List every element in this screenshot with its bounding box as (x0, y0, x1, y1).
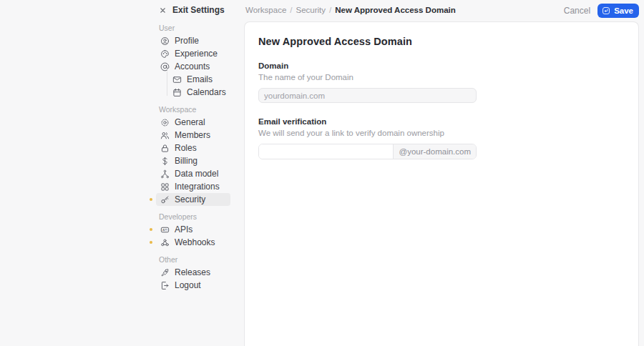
email-local-part-input[interactable] (259, 144, 393, 159)
change-indicator-dot (150, 241, 152, 244)
sidebar-item-integrations[interactable]: Integrations (156, 180, 230, 193)
api-chip-icon: API (160, 225, 170, 234)
sidebar-item-label: Members (175, 130, 210, 140)
sidebar-item-profile[interactable]: Profile (156, 34, 230, 47)
email-verification-label: Email verification (258, 117, 477, 126)
exit-settings-label: Exit Settings (172, 5, 225, 15)
sidebar-item-logout[interactable]: Logout (156, 279, 230, 292)
sidebar-item-label: General (175, 117, 205, 127)
sidebar-item-experience[interactable]: Experience (156, 47, 230, 60)
sidebar-item-label: Emails (187, 74, 213, 84)
sidebar-item-label: Integrations (175, 182, 220, 192)
sidebar-item-label: Billing (175, 156, 197, 166)
domain-input[interactable] (258, 88, 477, 103)
sidebar-item-label: APIs (175, 224, 192, 234)
section-label-user: User (159, 24, 244, 33)
experience-icon (160, 49, 170, 59)
sidebar-item-label: Data model (175, 169, 218, 179)
breadcrumb: Workspace / Security / New Approved Acce… (245, 6, 456, 14)
email-verification-field: Email verification We will send your a l… (258, 117, 477, 159)
sidebar-item-label: Calendars (187, 87, 226, 97)
section-label-other: Other (159, 255, 244, 265)
email-domain-suffix: @your-domain.com (393, 144, 476, 159)
envelope-icon (172, 75, 182, 84)
webhook-icon (160, 238, 170, 247)
sidebar-item-emails[interactable]: Emails (170, 73, 241, 86)
change-indicator-dot (150, 198, 152, 201)
users-icon (160, 131, 170, 140)
sidebar-item-releases[interactable]: Releases (156, 266, 230, 279)
user-circle-icon (160, 36, 170, 46)
sidebar-item-label: Experience (175, 49, 218, 59)
calendar-icon (172, 88, 182, 97)
sidebar-item-calendars[interactable]: Calendars (170, 86, 241, 99)
sidebar-item-label: Accounts (175, 61, 210, 71)
section-label-developers: Developers (159, 212, 244, 222)
sidebar-item-members[interactable]: Members (156, 129, 230, 142)
sidebar-item-label: Webhooks (175, 237, 215, 247)
dollar-icon (160, 157, 170, 166)
sidebar-item-webhooks[interactable]: Webhooks (156, 236, 230, 249)
breadcrumb-security[interactable]: Security (296, 6, 326, 14)
logout-icon (160, 281, 170, 290)
breadcrumb-separator: / (329, 6, 331, 14)
lock-icon (160, 144, 170, 153)
gear-icon (160, 118, 170, 127)
domain-field-label: Domain (258, 61, 477, 70)
settings-sidebar: User Profile Experience Accounts (156, 21, 244, 292)
sidebar-item-label: Logout (175, 280, 201, 290)
settings-app: Exit Settings Workspace / Security / New… (0, 0, 644, 346)
enter-key-icon (602, 6, 610, 15)
sidebar-item-apis[interactable]: API APIs (156, 223, 230, 236)
change-indicator-dot (150, 228, 152, 231)
sidebar-item-label: Roles (175, 143, 197, 153)
sidebar-item-billing[interactable]: Billing (156, 154, 230, 167)
cancel-button[interactable]: Cancel (564, 6, 590, 16)
settings-content-panel: New Approved Access Domain Domain The na… (244, 21, 639, 346)
header-actions: Cancel Save (564, 4, 639, 18)
at-sign-icon (160, 62, 170, 71)
grid-icon (160, 182, 170, 192)
email-input-group: @your-domain.com (258, 144, 477, 159)
sidebar-item-security[interactable]: Security (156, 193, 230, 206)
accounts-subtree: Emails Calendars (167, 73, 244, 99)
section-label-workspace: Workspace (159, 105, 244, 114)
exit-settings-button[interactable]: Exit Settings (159, 5, 225, 15)
domain-field: Domain The name of your Domain (258, 61, 477, 103)
page-title: New Approved Access Domain (258, 36, 625, 47)
sidebar-item-data-model[interactable]: Data model (156, 167, 230, 180)
sidebar-item-general[interactable]: General (156, 116, 230, 129)
branch-icon (160, 169, 170, 179)
key-icon (160, 195, 170, 204)
breadcrumb-separator: / (290, 6, 292, 14)
sidebar-item-label: Profile (175, 36, 199, 46)
domain-field-description: The name of your Domain (258, 73, 477, 81)
email-verification-description: We will send your a link to verify domai… (258, 129, 477, 137)
breadcrumb-current: New Approved Access Domain (335, 6, 456, 14)
rocket-icon (160, 268, 170, 277)
sidebar-item-label: Security (175, 194, 205, 204)
sidebar-item-label: Releases (175, 267, 210, 277)
breadcrumb-workspace[interactable]: Workspace (245, 6, 286, 14)
save-button-label: Save (614, 6, 633, 15)
sidebar-item-roles[interactable]: Roles (156, 142, 230, 154)
svg-text:API: API (162, 228, 167, 232)
close-icon (159, 6, 167, 14)
save-button[interactable]: Save (597, 4, 639, 18)
